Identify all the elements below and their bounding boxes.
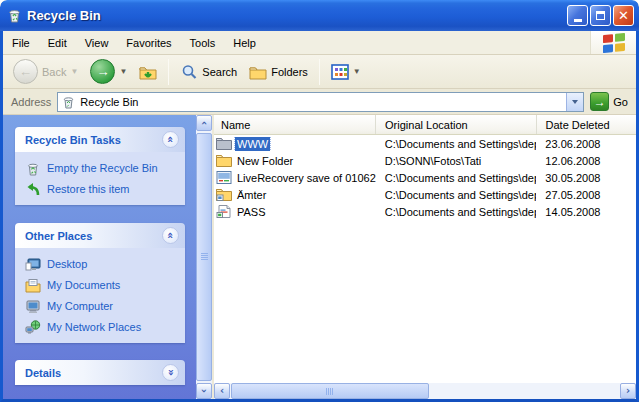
my-computer-icon xyxy=(25,299,41,314)
scroll-left-button[interactable]: ‹ xyxy=(214,383,230,399)
table-row[interactable]: New Folder D:\SONN\Fotos\Tati 12.06.2008 xyxy=(214,152,636,169)
file-name[interactable]: New Folder xyxy=(235,154,295,168)
scroll-up-button[interactable]: ‹ xyxy=(196,115,212,131)
panel-title: Other Places xyxy=(25,230,162,242)
task-label[interactable]: My Computer xyxy=(47,300,113,312)
views-icon xyxy=(331,64,349,80)
desktop-link[interactable]: Desktop xyxy=(25,256,181,272)
panel-recycle-bin-tasks: Recycle Bin Tasks « Empty the Recycle Bi… xyxy=(15,127,185,205)
menu-favorites[interactable]: Favorites xyxy=(117,31,180,54)
scroll-down-button[interactable]: ‹ xyxy=(196,383,212,399)
forward-dropdown-icon[interactable]: ▼ xyxy=(119,68,127,76)
sidebar-vertical-scrollbar[interactable]: ‹ ‹ xyxy=(196,115,212,399)
scrollbar-thumb[interactable] xyxy=(196,133,212,381)
recycle-bin-window: Recycle Bin ✕ File Edit View Favorites T… xyxy=(0,0,639,402)
close-button[interactable]: ✕ xyxy=(613,5,634,26)
collapse-button[interactable]: « xyxy=(162,131,179,148)
go-button[interactable]: → xyxy=(590,92,609,111)
toolbar-separator xyxy=(319,59,320,85)
views-dropdown-icon[interactable]: ▼ xyxy=(353,68,361,76)
table-row[interactable]: LiveRecovery save of 010627... C:\Docume… xyxy=(214,169,636,186)
file-name[interactable]: Ämter xyxy=(235,188,268,202)
chevron-up-icon: « xyxy=(165,232,176,239)
my-documents-link[interactable]: My Documents xyxy=(25,277,181,293)
scroll-down-icon: ‹ xyxy=(199,389,209,393)
column-header-date-deleted[interactable]: Date Deleted xyxy=(537,115,636,134)
column-header-original-location[interactable]: Original Location xyxy=(376,115,536,134)
task-label[interactable]: Desktop xyxy=(47,258,87,270)
task-label[interactable]: Empty the Recycle Bin xyxy=(47,162,158,174)
scroll-right-button[interactable]: › xyxy=(620,383,636,399)
minimize-button[interactable] xyxy=(567,5,588,26)
back-button[interactable]: ← Back ▼ xyxy=(9,57,82,86)
my-documents-icon xyxy=(25,278,41,293)
file-name[interactable]: PASS xyxy=(235,205,268,219)
list-rows: WWW C:\Documents and Settings\dep... 23.… xyxy=(214,135,636,383)
collapse-button[interactable]: « xyxy=(162,227,179,244)
date-deleted: 27.05.2008 xyxy=(536,189,636,201)
back-arrow-icon: ← xyxy=(13,59,38,84)
scroll-left-icon: ‹ xyxy=(220,386,224,396)
scrollbar-track[interactable] xyxy=(230,383,620,399)
menu-tools[interactable]: Tools xyxy=(181,31,225,54)
menu-file[interactable]: File xyxy=(3,31,39,54)
task-label[interactable]: Restore this item xyxy=(47,183,130,195)
address-bar: Address Recycle Bin → Go xyxy=(3,89,636,115)
menu-bar: File Edit View Favorites Tools Help xyxy=(3,31,636,55)
expand-button[interactable]: « xyxy=(162,364,179,381)
title-bar[interactable]: Recycle Bin ✕ xyxy=(0,0,639,31)
empty-recycle-bin-link[interactable]: Empty the Recycle Bin xyxy=(25,160,181,176)
restore-item-link[interactable]: Restore this item xyxy=(25,181,181,197)
network-places-icon xyxy=(25,320,41,335)
panel-header[interactable]: Other Places « xyxy=(15,223,185,248)
forward-button[interactable]: → ▼ xyxy=(86,57,131,86)
maximize-icon xyxy=(596,11,605,20)
up-button[interactable] xyxy=(135,62,161,82)
back-dropdown-icon[interactable]: ▼ xyxy=(70,68,78,76)
forward-arrow-icon: → xyxy=(90,59,115,84)
content-area: Recycle Bin Tasks « Empty the Recycle Bi… xyxy=(3,115,636,399)
my-computer-link[interactable]: My Computer xyxy=(25,298,181,314)
file-name[interactable]: LiveRecovery save of 010627... xyxy=(235,171,376,185)
panel-details: Details « xyxy=(15,360,185,385)
list-horizontal-scrollbar[interactable]: ‹ › xyxy=(214,383,636,399)
table-row[interactable]: PASS C:\Documents and Settings\dep... 14… xyxy=(214,203,636,220)
go-arrow-icon: → xyxy=(594,96,606,108)
views-button[interactable]: ▼ xyxy=(327,62,365,82)
scrollbar-track[interactable] xyxy=(196,131,212,383)
menu-view[interactable]: View xyxy=(76,31,118,54)
task-label[interactable]: My Network Places xyxy=(47,321,141,333)
search-label: Search xyxy=(202,66,237,78)
my-network-places-link[interactable]: My Network Places xyxy=(25,319,181,335)
address-dropdown-button[interactable] xyxy=(566,93,583,111)
folders-icon xyxy=(249,64,267,80)
original-location: C:\Documents and Settings\dep... xyxy=(376,138,537,150)
toolbar: ← Back ▼ → ▼ Search xyxy=(3,55,636,89)
panel-header[interactable]: Recycle Bin Tasks « xyxy=(15,127,185,152)
task-pane-sidebar: Recycle Bin Tasks « Empty the Recycle Bi… xyxy=(3,115,196,399)
address-value[interactable]: Recycle Bin xyxy=(80,96,566,108)
folder-icon xyxy=(216,154,232,167)
menu-help[interactable]: Help xyxy=(224,31,265,54)
task-label[interactable]: My Documents xyxy=(47,279,120,291)
scroll-up-icon: ‹ xyxy=(199,121,209,125)
desktop-icon xyxy=(25,257,41,272)
windows-logo xyxy=(590,31,636,54)
original-location: C:\Documents and Settings\dep... xyxy=(376,189,537,201)
menu-edit[interactable]: Edit xyxy=(39,31,76,54)
go-group: → Go xyxy=(590,92,632,111)
panel-header[interactable]: Details « xyxy=(15,360,185,385)
column-header-name[interactable]: Name xyxy=(214,115,376,134)
folders-button[interactable]: Folders xyxy=(245,62,312,82)
address-combo[interactable]: Recycle Bin xyxy=(57,92,584,112)
maximize-button[interactable] xyxy=(590,5,611,26)
chevron-up-icon: « xyxy=(165,136,176,143)
scrollbar-thumb[interactable] xyxy=(231,383,429,399)
table-row[interactable]: WWW C:\Documents and Settings\dep... 23.… xyxy=(214,135,636,152)
minimize-icon xyxy=(574,19,582,22)
table-row[interactable]: Ämter C:\Documents and Settings\dep... 2… xyxy=(214,186,636,203)
search-button[interactable]: Search xyxy=(176,62,241,82)
folder-up-icon xyxy=(139,64,157,80)
file-name[interactable]: WWW xyxy=(235,137,270,151)
restore-item-icon xyxy=(25,182,41,197)
